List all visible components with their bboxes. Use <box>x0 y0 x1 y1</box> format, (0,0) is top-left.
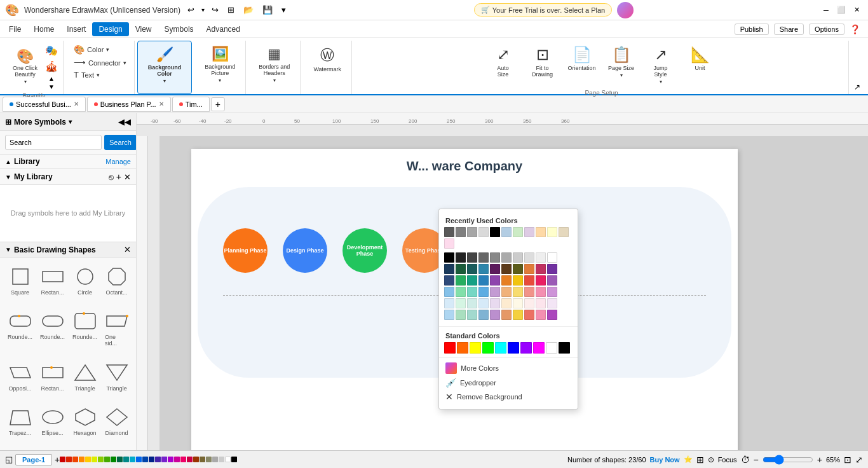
time-icon[interactable]: ⏱ <box>741 455 750 465</box>
swatch-gray1[interactable] <box>444 227 454 237</box>
sw-c3[interactable] <box>467 264 477 274</box>
sw-c10[interactable] <box>547 264 557 274</box>
sw-f4[interactable] <box>478 298 489 308</box>
sw-e9[interactable] <box>536 287 546 297</box>
std-blue[interactable] <box>508 342 519 354</box>
pal-purple1[interactable] <box>155 457 161 462</box>
tab-1[interactable]: Business Plan P... ✕ <box>87 97 171 112</box>
sw-g6[interactable] <box>501 310 512 320</box>
pal-pink1[interactable] <box>174 457 180 462</box>
buy-now-link[interactable]: Buy Now <box>650 456 680 464</box>
close-btn[interactable]: ✕ <box>850 4 863 17</box>
open-btn[interactable]: 📂 <box>241 5 255 15</box>
user-avatar[interactable] <box>617 2 634 18</box>
orientation-btn[interactable]: 📄 Orientation <box>563 43 601 74</box>
sw-e3[interactable] <box>467 287 477 297</box>
minimize-btn[interactable]: ─ <box>820 4 832 17</box>
borders-headers-btn[interactable]: ▦ Borders and Headers ▾ <box>252 43 296 86</box>
sw-b10[interactable] <box>547 252 557 263</box>
manage-link[interactable]: Manage <box>105 158 131 165</box>
sw-e1[interactable] <box>444 287 454 297</box>
nav-btn[interactable]: ◱ <box>5 455 13 464</box>
pal-brown2[interactable] <box>200 457 205 462</box>
sw-f2[interactable] <box>456 298 466 308</box>
sw-g9[interactable] <box>536 310 546 320</box>
sw-e10[interactable] <box>547 287 557 297</box>
shape-octagon[interactable]: Octant... <box>102 263 131 305</box>
tab-2[interactable]: Tim... <box>172 97 210 112</box>
swatch-green1[interactable] <box>513 227 523 237</box>
tab-0[interactable]: Successful Busi... ✕ <box>3 97 86 112</box>
more-colors-row[interactable]: More Colors <box>439 361 578 376</box>
layers-btn[interactable]: ⊞ <box>696 455 704 465</box>
maximize-btn[interactable]: ⬜ <box>835 4 848 17</box>
sw-f7[interactable] <box>513 298 523 308</box>
shape-ellipse[interactable]: Ellipse... <box>37 403 67 445</box>
publish-btn[interactable]: Publish <box>735 24 769 35</box>
menu-view[interactable]: View <box>129 22 158 36</box>
pal-red2[interactable] <box>66 457 72 462</box>
search-input[interactable] <box>5 135 102 150</box>
pal-white[interactable] <box>225 457 231 462</box>
remove-background-row[interactable]: ✕ Remove Background <box>439 390 578 404</box>
help-btn[interactable]: ❓ <box>850 24 860 34</box>
sw-f1[interactable] <box>444 298 454 308</box>
pal-green2[interactable] <box>104 457 110 462</box>
swatch-blue1[interactable] <box>501 227 512 237</box>
jump-style-btn[interactable]: ↗ Jump Style ▾ <box>642 43 680 87</box>
auto-size-btn[interactable]: ⤢ Auto Size <box>484 43 522 80</box>
swatch-gray2[interactable] <box>456 227 466 237</box>
sw-d10[interactable] <box>547 275 557 286</box>
text-dropdown-btn[interactable]: T Text ▾ <box>71 69 129 80</box>
zoom-out-btn[interactable]: − <box>754 455 759 465</box>
sw-c8[interactable] <box>524 264 534 274</box>
shape-rounded-rect2[interactable]: Rounde... <box>37 307 67 355</box>
std-teal[interactable] <box>495 342 506 354</box>
sw-g1[interactable] <box>444 310 454 320</box>
background-picture-btn[interactable]: 🖼️ Background Picture ▾ <box>198 43 241 86</box>
menu-home[interactable]: Home <box>27 22 60 36</box>
eyedropper-row[interactable]: 💉 Eyedropper <box>439 376 578 390</box>
sw-g4[interactable] <box>478 310 489 320</box>
trial-banner[interactable]: 🛒 Your Free Trial is over. Select a Plan <box>474 3 613 17</box>
menu-design[interactable]: Design <box>92 22 128 36</box>
pal-orange2[interactable] <box>79 457 85 462</box>
save-btn[interactable]: 💾 <box>261 5 275 15</box>
sw-d9[interactable] <box>536 275 546 286</box>
my-lib-export-btn[interactable]: ⎋ <box>109 172 114 182</box>
new-tab-btn[interactable]: ⊞ <box>226 5 236 15</box>
shape-square[interactable]: Square <box>5 263 35 305</box>
expand-view-btn[interactable]: ⤢ <box>855 455 863 465</box>
theme1-btn[interactable]: 🎭 <box>44 43 59 58</box>
undo-btn[interactable]: ↩ <box>186 5 196 15</box>
pal-teal2[interactable] <box>123 457 129 462</box>
menu-insert[interactable]: Insert <box>60 22 92 36</box>
add-page-btn[interactable]: + <box>55 455 60 465</box>
menu-file[interactable]: File <box>3 22 27 36</box>
sw-f5[interactable] <box>490 298 500 308</box>
fit-to-drawing-btn[interactable]: ⊡ Fit to Drawing <box>524 43 562 80</box>
shape-circle[interactable]: Circle <box>70 263 100 305</box>
pal-yellow2[interactable] <box>92 457 97 462</box>
sw-d8[interactable] <box>524 275 534 286</box>
shape-triangle[interactable]: Triangle <box>70 359 100 401</box>
color-dropdown-btn[interactable]: 🎨 Color ▾ <box>71 43 129 56</box>
swatch-gray4[interactable] <box>478 227 489 237</box>
zoom-slider[interactable] <box>763 455 813 465</box>
tab-0-close[interactable]: ✕ <box>74 100 79 107</box>
pal-gray2[interactable] <box>212 457 218 462</box>
sw-e8[interactable] <box>524 287 534 297</box>
std-yellow[interactable] <box>470 342 481 354</box>
sw-e6[interactable] <box>501 287 512 297</box>
swatch-orange1[interactable] <box>536 227 546 237</box>
sw-d6[interactable] <box>501 275 512 286</box>
pal-purple2[interactable] <box>161 457 167 462</box>
sw-g3[interactable] <box>467 310 477 320</box>
pal-orange1[interactable] <box>72 457 78 462</box>
sw-f3[interactable] <box>467 298 477 308</box>
menu-advanced[interactable]: Advanced <box>200 22 247 36</box>
sw-f9[interactable] <box>536 298 546 308</box>
sw-b2[interactable] <box>456 252 466 263</box>
expand-btn[interactable]: ↗ <box>851 41 863 94</box>
shape-triangle2[interactable]: Triangle <box>102 359 131 401</box>
